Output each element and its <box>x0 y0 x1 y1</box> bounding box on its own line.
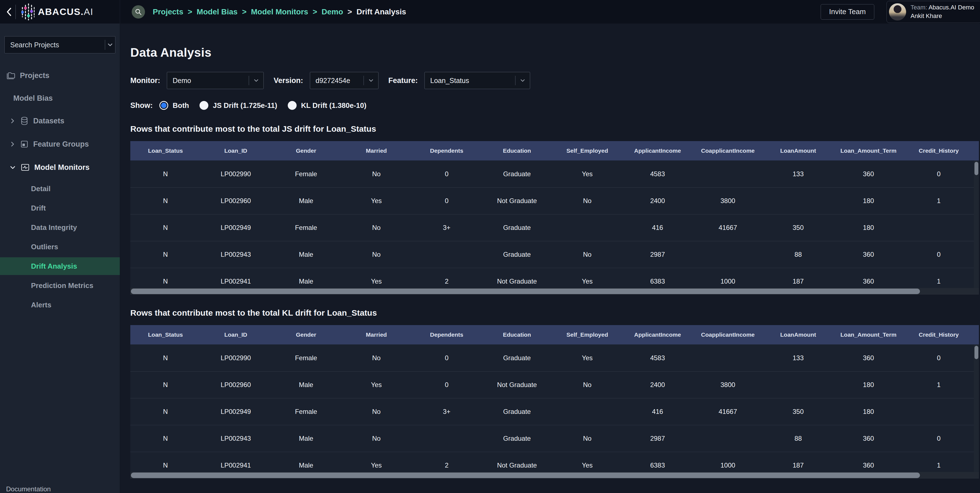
breadcrumb-item[interactable]: Demo <box>321 8 343 16</box>
feature-select[interactable]: Loan_Status <box>425 72 530 89</box>
table-cell: LP002943 <box>200 251 271 258</box>
table-cell: LP002941 <box>200 277 271 285</box>
sidebar-item-projects[interactable]: Projects <box>0 64 120 87</box>
table-cell: Male <box>271 251 341 258</box>
table-cell: 4583 <box>622 170 693 178</box>
chevron-down-icon <box>10 164 16 171</box>
column-header: Loan_ID <box>200 331 271 338</box>
search-button[interactable] <box>132 5 145 19</box>
documentation-link[interactable]: Documentation <box>6 485 51 493</box>
sidebar-item-datasets[interactable]: Datasets <box>0 109 120 132</box>
table-cell: 4583 <box>622 354 693 362</box>
sidebar-item-outliers[interactable]: Outliers <box>0 237 120 256</box>
topbar-right: Invite Team Team: Abacus.AI Demo Ankit K… <box>821 1 980 23</box>
column-header: Loan_Status <box>130 148 200 154</box>
breadcrumb-separator: > <box>242 8 247 16</box>
table-row[interactable]: NLP002990FemaleNo0GraduateYes45831333600 <box>130 344 979 371</box>
radio-icon <box>288 101 297 110</box>
abacus-logo[interactable]: ABACUS.AI <box>21 3 94 21</box>
sidebar-item-label: Projects <box>20 72 49 80</box>
project-search-input[interactable] <box>5 41 105 49</box>
table-cell: 350 <box>763 224 834 232</box>
folder-icon <box>6 72 16 80</box>
user-name: Ankit Khare <box>910 13 974 19</box>
sidebar-item-drift-analysis[interactable]: Drift Analysis <box>0 257 120 275</box>
monitor-icon <box>21 164 30 171</box>
table-cell: 3+ <box>411 224 482 232</box>
table-cell: N <box>130 170 200 178</box>
radio-label: KL Drift (1.380e-10) <box>301 101 367 110</box>
table-cell: Graduate <box>482 354 552 362</box>
table-row[interactable]: NLP002943MaleNoGraduateNo2987883600 <box>130 241 979 268</box>
sidebar-item-detail[interactable]: Detail <box>0 179 120 198</box>
radio-kl-drift[interactable]: KL Drift (1.380e-10) <box>288 101 367 110</box>
sidebar-nav: Projects Model Bias Datasets <box>0 64 120 315</box>
sidebar: Projects Model Bias Datasets <box>0 24 120 493</box>
table-row[interactable]: NLP002949FemaleNo3+Graduate4164166735018… <box>130 398 979 425</box>
radio-both[interactable]: Both <box>159 101 189 110</box>
column-header: Loan_Status <box>130 331 200 338</box>
radio-icon <box>199 101 208 110</box>
radio-js-drift[interactable]: JS Drift (1.725e-11) <box>199 101 277 110</box>
user-card[interactable]: Team: Abacus.AI Demo Ankit Khare <box>886 1 980 23</box>
table-cell: 2987 <box>622 251 693 258</box>
table-cell: 133 <box>763 354 834 362</box>
table-cell: 2 <box>411 461 482 469</box>
abacus-logo-icon <box>21 3 35 21</box>
table-cell: 350 <box>763 408 834 415</box>
sidebar-item-model-monitors[interactable]: Model Monitors <box>0 156 120 179</box>
sidebar-item-model-bias[interactable]: Model Bias <box>0 87 120 109</box>
sidebar-item-drift[interactable]: Drift <box>0 198 120 218</box>
table-cell: 133 <box>763 170 834 178</box>
horizontal-scrollbar[interactable] <box>130 472 979 479</box>
table-cell: 0 <box>904 354 974 362</box>
table-row[interactable]: NLP002943MaleNoGraduateNo2987883600 <box>130 425 979 452</box>
topbar: ABACUS.AI Projects>Model Bias>Model Moni… <box>0 0 980 24</box>
vertical-scrollbar[interactable] <box>974 344 979 479</box>
table-row[interactable]: NLP002949FemaleNo3+Graduate4164166735018… <box>130 214 979 241</box>
column-header: Credit_History <box>904 331 974 338</box>
horizontal-scrollbar[interactable] <box>130 288 979 295</box>
breadcrumb-item[interactable]: Model Monitors <box>251 8 308 16</box>
table-row[interactable]: NLP002960MaleYes0Not GraduateNo240038001… <box>130 371 979 398</box>
version-select[interactable]: d9272454e <box>310 72 379 89</box>
column-header: Dependents <box>411 331 482 338</box>
breadcrumb-item[interactable]: Model Bias <box>197 8 238 16</box>
back-button[interactable] <box>4 5 15 19</box>
table-cell: Male <box>271 277 341 285</box>
project-search-dropdown[interactable] <box>105 41 115 48</box>
vertical-scrollbar[interactable] <box>974 161 979 295</box>
column-header: Married <box>341 331 411 338</box>
sidebar-item-prediction-metrics[interactable]: Prediction Metrics <box>0 276 120 295</box>
table-cell: Male <box>271 435 341 442</box>
radio-icon <box>159 101 168 110</box>
breadcrumb: Projects>Model Bias>Model Monitors>Demo>… <box>153 8 406 16</box>
table-cell: LP002941 <box>200 461 271 469</box>
invite-team-button[interactable]: Invite Team <box>821 4 874 20</box>
js-drift-section-title: Rows that contribute most to the total J… <box>130 124 979 134</box>
table-cell: 360 <box>834 461 904 469</box>
avatar <box>889 3 906 21</box>
sidebar-item-feature-groups[interactable]: Feature Groups <box>0 132 120 156</box>
horizontal-scrollbar-thumb[interactable] <box>131 289 920 294</box>
breadcrumb-item[interactable]: Projects <box>153 8 183 16</box>
horizontal-scrollbar-thumb[interactable] <box>131 472 920 478</box>
sidebar-item-data-integrity[interactable]: Data Integrity <box>0 218 120 237</box>
table-cell: No <box>341 251 411 258</box>
table-row[interactable]: NLP002960MaleYes0Not GraduateNo240038001… <box>130 187 979 214</box>
show-label: Show: <box>130 101 153 110</box>
table-cell: 187 <box>763 461 834 469</box>
search-icon <box>135 8 142 16</box>
table-cell: Graduate <box>482 408 552 415</box>
column-header: Loan_ID <box>200 148 271 154</box>
vertical-scrollbar-thumb[interactable] <box>974 346 978 359</box>
table-cell: Yes <box>552 354 622 362</box>
table-cell: LP002990 <box>200 354 271 362</box>
table-cell: 1 <box>904 461 974 469</box>
table-row[interactable]: NLP002990FemaleNo0GraduateYes45831333600 <box>130 161 979 187</box>
vertical-scrollbar-thumb[interactable] <box>974 162 978 175</box>
sidebar-item-alerts[interactable]: Alerts <box>0 295 120 315</box>
monitor-select[interactable]: Demo <box>167 72 264 89</box>
table-cell: 1 <box>904 197 974 205</box>
table-cell: 180 <box>834 224 904 232</box>
